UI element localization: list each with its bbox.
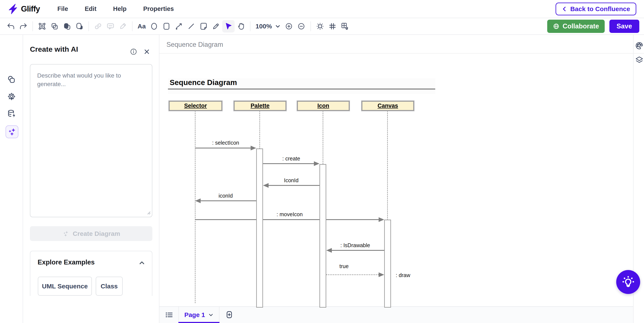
gliffy-app: Gliffy File Edit Help Properties Back to… — [0, 0, 644, 323]
copy-button[interactable] — [48, 20, 61, 32]
theme-palette-icon — [635, 42, 644, 50]
snap-to-grid-button[interactable] — [339, 20, 351, 32]
menu-file[interactable]: File — [58, 5, 68, 12]
diagram-title-underline-shadow — [168, 89, 435, 90]
message-line-iconid-to-selector[interactable] — [201, 200, 256, 201]
message-label[interactable]: true — [316, 263, 372, 270]
message-label[interactable]: : moveIcon — [195, 211, 384, 218]
settings-ideas-icon — [7, 92, 16, 101]
gliffy-logo[interactable]: Gliffy — [8, 4, 40, 14]
page-tab[interactable]: Page 1 — [178, 307, 220, 323]
send-backward-button[interactable] — [73, 20, 86, 32]
sidebar-item-create-with-ai[interactable] — [6, 126, 18, 138]
undo-button[interactable] — [5, 20, 17, 32]
actor-icon[interactable]: Icon — [297, 101, 350, 111]
drawing-guides-button[interactable] — [314, 20, 326, 32]
sidebar-item-shapes[interactable] — [6, 74, 18, 86]
grid-button[interactable] — [326, 20, 339, 32]
activation-canvas[interactable] — [384, 220, 391, 308]
menu-help[interactable]: Help — [113, 5, 126, 12]
database-import-icon — [7, 110, 16, 118]
ai-prompt-input[interactable] — [30, 64, 152, 217]
chevron-left-icon — [562, 6, 567, 12]
sidebar-item-data-import[interactable] — [6, 108, 18, 120]
message-line-selecticon[interactable] — [195, 148, 251, 148]
message-label[interactable]: : selectIcon — [195, 140, 256, 146]
add-page-button[interactable] — [225, 310, 234, 319]
message-line-true-return[interactable] — [326, 274, 378, 275]
message-label[interactable]: : IsDrawable — [326, 242, 384, 248]
pencil-tool-button[interactable] — [210, 20, 222, 32]
actor-palette[interactable]: Palette — [234, 101, 286, 111]
gliffy-logo-icon — [8, 4, 19, 14]
zoom-level-dropdown[interactable]: 100% — [256, 23, 280, 30]
redo-button[interactable] — [17, 20, 30, 32]
text-tool-button[interactable]: Aa — [136, 20, 148, 32]
ai-sparkles-icon — [8, 127, 16, 136]
message-label[interactable]: IconId — [263, 177, 320, 184]
drawing-surface[interactable]: Sequence Diagram Selector Palette Icon C… — [160, 54, 644, 323]
explore-examples-card: Explore Examples UML Sequence Class — [30, 251, 152, 296]
tips-fab-button[interactable] — [616, 270, 640, 294]
format-painter-icon[interactable] — [117, 20, 129, 32]
page-list-button[interactable] — [165, 310, 174, 319]
back-to-confluence-button[interactable]: Back to Confluence — [556, 2, 636, 16]
lightbulb-icon — [622, 275, 635, 288]
message-line-iconid-return[interactable] — [268, 185, 320, 186]
rectangle-tool-button[interactable] — [160, 20, 173, 32]
toolbar-divider — [310, 21, 311, 31]
app-title: Gliffy — [21, 4, 40, 14]
create-with-ai-panel: Create with AI Create Diagram Explore Ex… — [23, 35, 160, 323]
line-tool-button[interactable] — [185, 20, 198, 32]
chevron-up-icon[interactable] — [139, 260, 145, 266]
left-icon-rail — [0, 35, 23, 323]
canvas-area: Sequence Diagram Sequence Diagram Select… — [160, 35, 644, 323]
bring-forward-button[interactable] — [61, 20, 73, 32]
example-uml-sequence-button[interactable]: UML Sequence — [38, 277, 92, 296]
zoom-in-button[interactable] — [283, 20, 295, 32]
example-class-button[interactable]: Class — [96, 277, 123, 296]
ai-panel-title: Create with AI — [30, 45, 78, 54]
close-icon[interactable] — [143, 48, 150, 55]
menu-properties[interactable]: Properties — [143, 5, 174, 12]
note-tool-button[interactable] — [198, 20, 210, 32]
page-tab-active-indicator — [178, 322, 220, 323]
select-tool-button[interactable] — [222, 20, 234, 32]
menu-edit[interactable]: Edit — [85, 5, 96, 12]
link-button[interactable] — [92, 20, 104, 32]
activation-icon[interactable] — [320, 164, 326, 308]
layers-button[interactable] — [635, 56, 644, 64]
collaborate-button[interactable]: Collaborate — [547, 20, 605, 33]
pan-tool-button[interactable] — [234, 20, 247, 32]
toolbar-divider — [250, 21, 250, 31]
arrowhead-right-icon — [378, 217, 384, 222]
comment-button[interactable] — [104, 20, 117, 32]
group-button[interactable] — [36, 20, 48, 32]
diagram-title[interactable]: Sequence Diagram — [170, 78, 237, 87]
sidebar-item-settings-ideas[interactable] — [6, 91, 18, 103]
page-bar: Page 1 — [160, 306, 633, 323]
page-tab-label: Page 1 — [184, 311, 205, 318]
message-line-create[interactable] — [263, 163, 314, 164]
toolbar: Aa 100% — [0, 18, 644, 35]
document-name[interactable]: Sequence Diagram — [166, 41, 223, 48]
message-line-moveicon[interactable] — [195, 219, 378, 220]
toolbar-divider — [132, 21, 132, 31]
save-button[interactable]: Save — [610, 20, 639, 33]
header-bar: Gliffy File Edit Help Properties Back to… — [0, 0, 644, 18]
message-label[interactable]: : create — [263, 156, 320, 162]
info-icon[interactable] — [130, 48, 137, 55]
message-line-isdrawable[interactable] — [332, 250, 384, 251]
actor-selector[interactable]: Selector — [169, 101, 222, 111]
arrowhead-right-icon — [378, 272, 384, 277]
message-label[interactable]: : draw — [396, 272, 410, 278]
theme-button[interactable] — [635, 42, 644, 50]
create-diagram-button[interactable]: Create Diagram — [30, 226, 152, 241]
zoom-out-button[interactable] — [295, 20, 308, 32]
connector-tool-button[interactable] — [173, 20, 185, 32]
ellipse-tool-button[interactable] — [148, 20, 160, 32]
chevron-down-icon — [275, 24, 280, 29]
message-label[interactable]: iconId — [195, 193, 256, 199]
activation-palette[interactable] — [256, 148, 263, 308]
actor-canvas[interactable]: Canvas — [362, 101, 414, 111]
